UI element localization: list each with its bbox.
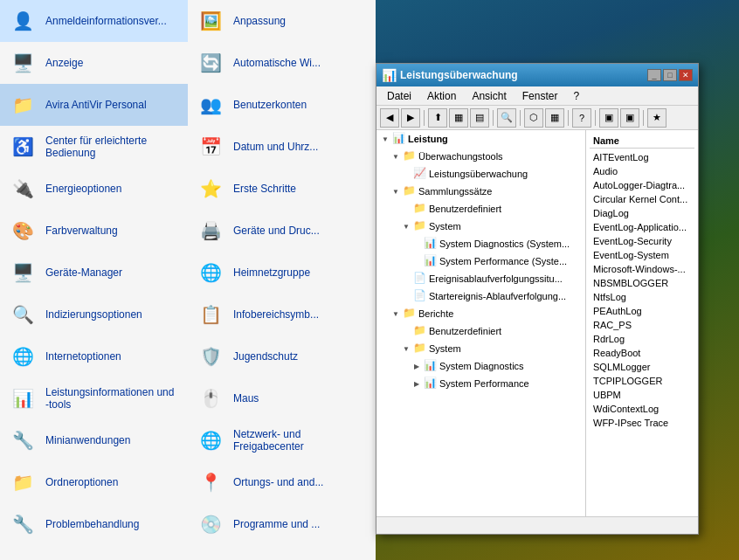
right-item-7[interactable]: EventLog-System	[590, 248, 694, 262]
menu-aktion[interactable]: Aktion	[420, 88, 463, 104]
toolbar-btn7[interactable]: ▣	[599, 108, 618, 128]
tree-item-2[interactable]: 📈 Leistungsüberwachung	[376, 165, 585, 183]
cp-item-farbverwaltung[interactable]: 🎨 Farbverwaltung	[0, 210, 188, 252]
tree-toggle-3[interactable]: ▼	[390, 186, 401, 197]
right-item-19[interactable]: WFP-IPsec Trace	[590, 416, 694, 430]
cp-item-datum[interactable]: 📅 Datum und Uhrz...	[188, 126, 376, 168]
tree-item-13[interactable]: ▶ 📊 System Diagnostics	[376, 357, 585, 375]
right-item-3[interactable]: Circular Kernel Cont...	[590, 192, 694, 206]
separator-2	[493, 110, 494, 126]
right-item-15[interactable]: SQLMLogger	[590, 360, 694, 374]
up-button[interactable]: ⬆	[428, 108, 447, 128]
right-item-8[interactable]: Microsoft-Windows-...	[590, 262, 694, 276]
tree-item-12[interactable]: ▼ 📁 System	[376, 340, 585, 357]
cp-item-programme[interactable]: 💿 Programme und ...	[188, 503, 376, 545]
tree-toggle-13[interactable]: ▶	[411, 361, 422, 371]
tree-node-icon-10: 📁	[403, 307, 417, 321]
tree-item-14[interactable]: ▶ 📊 System Performance	[376, 375, 585, 392]
cp-item-indizierung[interactable]: 🔍 Indizierungsoptionen	[0, 294, 188, 335]
cp-item-leistung[interactable]: 📊 Leistungsinformationen und -tools	[0, 377, 188, 419]
cp-item-problembehandlung[interactable]: 🔧 Problembehandlung	[0, 503, 188, 545]
cp-item-minianwendungen[interactable]: 🔧 Minianwendungen	[0, 419, 188, 461]
maximize-button[interactable]: □	[663, 69, 677, 81]
right-item-9[interactable]: NBSMBLOGGER	[590, 276, 694, 290]
cp-item-geraete-druck[interactable]: 🖨️ Geräte und Druc...	[188, 210, 376, 252]
cp-label-anzeige: Anzeige	[45, 57, 83, 69]
right-item-14[interactable]: ReadyBoot	[590, 346, 694, 360]
cp-item-anmeldeinformationen[interactable]: 👤 Anmeldeinformationsver...	[0, 0, 188, 42]
tree-node-icon-0: 📊	[392, 132, 406, 146]
search-button[interactable]: 🔍	[497, 108, 516, 128]
right-item-6[interactable]: EventLog-Security	[590, 234, 694, 248]
cp-item-heimnetzgruppe[interactable]: 🌐 Heimnetzgruppe	[188, 252, 376, 294]
cp-item-center[interactable]: ♿ Center für erleichterte Bedienung	[0, 126, 188, 168]
menu-ansicht[interactable]: Ansicht	[465, 88, 513, 104]
cp-item-automatische[interactable]: 🔄 Automatische Wi...	[188, 42, 376, 84]
cp-item-energieoptionen[interactable]: 🔌 Energieoptionen	[0, 168, 188, 210]
cp-item-avira[interactable]: 📁 Avira AntiVir Personal	[0, 84, 188, 126]
close-button[interactable]: ✕	[679, 69, 693, 81]
right-item-18[interactable]: WdiContextLog	[590, 402, 694, 416]
view2-button[interactable]: ▤	[470, 108, 489, 128]
cp-item-jugendschutz[interactable]: 🛡️ Jugendschutz	[188, 335, 376, 377]
right-item-16[interactable]: TCPIPLOGGER	[590, 374, 694, 388]
cp-item-anzeige[interactable]: 🖥️ Anzeige	[0, 42, 188, 84]
cp-item-anpassung[interactable]: 🖼️ Anpassung	[188, 0, 376, 42]
cp-icon-indizierung: 🔍	[9, 301, 37, 328]
menu-datei[interactable]: Datei	[380, 88, 418, 104]
tree-item-4[interactable]: 📁 Benutzerdefiniert	[376, 200, 585, 218]
right-item-4[interactable]: DiagLog	[590, 206, 694, 220]
tree-toggle-12[interactable]: ▼	[401, 343, 411, 354]
cp-item-internet[interactable]: 🌐 Internetoptionen	[0, 335, 188, 377]
right-item-13[interactable]: RdrLog	[590, 332, 694, 346]
right-item-10[interactable]: NtfsLog	[590, 290, 694, 304]
cp-icon-internet: 🌐	[9, 342, 37, 370]
menu-help[interactable]: ?	[566, 88, 586, 104]
minimize-button[interactable]: _	[647, 69, 661, 81]
tree-toggle-0[interactable]: ▼	[380, 134, 390, 144]
cp-item-netzwerk[interactable]: 🌐 Netzwerk- und Freigabecenter	[188, 419, 376, 461]
toolbar-btn8[interactable]: ▣	[620, 108, 639, 128]
right-item-5[interactable]: EventLog-Applicatio...	[590, 220, 694, 234]
tree-item-1[interactable]: ▼ 📁 Überwachungstools	[376, 148, 585, 165]
tree-node-icon-11: 📁	[413, 324, 427, 338]
cp-item-maus[interactable]: 🖱️ Maus	[188, 377, 376, 419]
forward-button[interactable]: ▶	[401, 108, 420, 128]
toolbar-btn5[interactable]: ⬡	[524, 108, 543, 128]
tree-toggle-14[interactable]: ▶	[411, 378, 422, 389]
cp-item-ordneroptionen[interactable]: 📁 Ordneroptionen	[0, 461, 188, 503]
right-item-2[interactable]: AutoLogger-Diagtra...	[590, 178, 694, 192]
tree-toggle-5[interactable]: ▼	[401, 221, 411, 232]
right-item-17[interactable]: UBPM	[590, 388, 694, 402]
tree-item-6[interactable]: 📊 System Diagnostics (System...	[376, 235, 585, 252]
toolbar-btn6[interactable]: ▦	[545, 108, 564, 128]
tree-toggle-1[interactable]: ▼	[390, 151, 401, 162]
cp-item-infobereich[interactable]: 📋 Infobereichsymb...	[188, 294, 376, 335]
tree-item-3[interactable]: ▼ 📁 Sammlungssätze	[376, 183, 585, 200]
tree-item-11[interactable]: 📁 Benutzerdefiniert	[376, 322, 585, 340]
cp-item-ortung[interactable]: 📍 Ortungs- und and...	[188, 461, 376, 503]
separator-3	[520, 110, 521, 126]
tree-toggle-10[interactable]: ▼	[390, 308, 401, 319]
back-button[interactable]: ◀	[380, 108, 399, 128]
menu-fenster[interactable]: Fenster	[515, 88, 565, 104]
right-item-0[interactable]: AITEventLog	[590, 150, 694, 164]
tree-item-10[interactable]: ▼ 📁 Berichte	[376, 305, 585, 322]
right-item-11[interactable]: PEAuthLog	[590, 304, 694, 318]
star-button[interactable]: ★	[647, 108, 666, 128]
cp-item-benutzerkonten[interactable]: 👥 Benutzerkonten	[188, 84, 376, 126]
cp-icon-infobereich: 📋	[197, 301, 224, 328]
cp-item-erste-schritte[interactable]: ⭐ Erste Schritte	[188, 168, 376, 210]
tree-item-7[interactable]: 📊 System Performance (Syste...	[376, 252, 585, 270]
tree-item-5[interactable]: ▼ 📁 System	[376, 218, 585, 235]
tree-item-0[interactable]: ▼ 📊 Leistung	[376, 130, 585, 148]
help-button[interactable]: ?	[572, 108, 591, 128]
right-item-12[interactable]: RAC_PS	[590, 318, 694, 332]
right-item-1[interactable]: Audio	[590, 164, 694, 178]
separator-5	[595, 110, 596, 126]
tree-item-9[interactable]: 📄 Startereignis-Ablaufverfolgung...	[376, 287, 585, 305]
view1-button[interactable]: ▦	[449, 108, 468, 128]
cp-item-geraete-manager[interactable]: 🖥️ Geräte-Manager	[0, 252, 188, 294]
cp-label-leistung: Leistungsinformationen und -tools	[45, 386, 179, 411]
tree-item-8[interactable]: 📄 Ereignisablaufverfolgungssitu...	[376, 270, 585, 287]
